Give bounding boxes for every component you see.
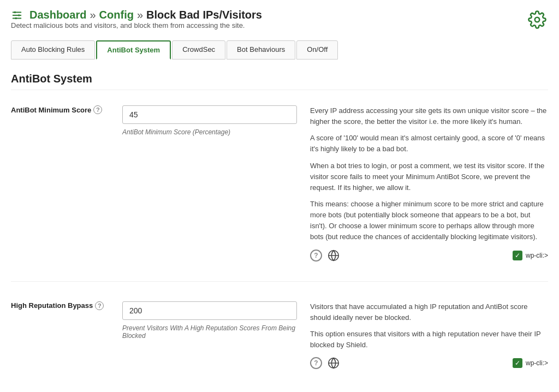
tab-crowdsec[interactable]: CrowdSec	[172, 40, 225, 60]
antibot-wp-icon[interactable]	[328, 250, 340, 262]
high-reputation-bypass-row: High Reputation Bypass ? Prevent Visitor…	[11, 301, 548, 389]
svg-point-6	[535, 17, 540, 22]
antibot-min-score-hint: AntiBot Minimum Score (Percentage)	[122, 128, 297, 136]
high-reputation-help-icon[interactable]: ?	[95, 301, 104, 310]
settings-gear-button[interactable]	[526, 9, 548, 31]
tab-antibot-system[interactable]: AntiBot System	[96, 40, 171, 60]
antibot-min-score-description: Every IP address accessing your site get…	[310, 105, 548, 262]
antibot-min-score-label-area: AntiBot Minimum Score ?	[11, 105, 109, 262]
antibot-checkbox-icon[interactable]: ✓	[513, 251, 522, 260]
antibot-min-score-input[interactable]	[122, 105, 297, 124]
wordpress-icon-2	[328, 357, 340, 369]
section-title: AntiBot System	[11, 73, 548, 90]
tabs-bar: Auto Blocking Rules AntiBot System Crowd…	[11, 40, 548, 60]
antibot-wp-cli-label: wp-cli:>	[526, 252, 548, 259]
antibot-min-score-desc-3: When a bot tries to login, or post a com…	[310, 161, 548, 193]
high-reputation-wp-cli-badge: ✓ wp-cli:>	[513, 358, 548, 368]
high-reputation-desc-1: Visitors that have accumulated a high IP…	[310, 301, 548, 323]
svg-point-5	[15, 17, 17, 19]
antibot-min-score-row: AntiBot Minimum Score ? AntiBot Minimum …	[11, 105, 548, 282]
antibot-min-score-desc-2: A score of '100' would mean it's almost …	[310, 133, 548, 155]
high-reputation-checkbox-icon[interactable]: ✓	[513, 358, 522, 368]
high-reputation-hint: Prevent Visitors With A High Reputation …	[122, 324, 297, 340]
high-reputation-label: High Reputation Bypass ?	[11, 301, 109, 310]
high-reputation-desc-2: This option ensures that visitors with a…	[310, 329, 548, 351]
high-reputation-label-area: High Reputation Bypass ?	[11, 301, 109, 370]
gear-icon	[528, 10, 546, 29]
breadcrumb-nav: Dashboard » Config » Block Bad IPs/Visit…	[11, 9, 262, 21]
antibot-min-score-footer: ? ✓ wp-cli:>	[310, 250, 548, 262]
tab-bot-behaviours[interactable]: Bot Behaviours	[227, 40, 295, 60]
high-reputation-description: Visitors that have accumulated a high IP…	[310, 301, 548, 370]
page-title: Block Bad IPs/Visitors	[146, 9, 262, 21]
antibot-min-score-label: AntiBot Minimum Score ?	[11, 105, 109, 114]
header: Dashboard » Config » Block Bad IPs/Visit…	[11, 9, 548, 37]
config-label[interactable]: Config	[99, 9, 134, 21]
high-reputation-input-area: Prevent Visitors With A High Reputation …	[122, 301, 297, 370]
tab-on-off[interactable]: On/Off	[296, 40, 338, 60]
sliders-icon	[11, 9, 23, 21]
antibot-wp-cli-badge: ✓ wp-cli:>	[513, 251, 548, 260]
svg-point-4	[18, 14, 20, 16]
high-reputation-input[interactable]	[122, 301, 297, 320]
high-reputation-help-circle-icon[interactable]: ?	[310, 357, 322, 369]
antibot-help-circle-icon[interactable]: ?	[310, 250, 322, 262]
antibot-min-score-desc-1: Every IP address accessing your site get…	[310, 105, 548, 127]
antibot-min-score-input-area: AntiBot Minimum Score (Percentage)	[122, 105, 297, 262]
svg-point-3	[14, 11, 16, 13]
antibot-min-score-help-icon[interactable]: ?	[93, 105, 102, 114]
high-reputation-footer: ? ✓ wp-cli:>	[310, 357, 548, 369]
antibot-footer-icons: ?	[310, 250, 340, 262]
antibot-min-score-desc-4: This means: choose a higher minimum scor…	[310, 199, 548, 243]
breadcrumb: Dashboard » Config » Block Bad IPs/Visit…	[11, 9, 262, 37]
dashboard-label: Dashboard	[29, 9, 86, 21]
high-reputation-footer-icons: ?	[310, 357, 340, 369]
high-reputation-wp-icon[interactable]	[328, 357, 340, 369]
page-wrapper: Dashboard » Config » Block Bad IPs/Visit…	[0, 0, 559, 392]
sep1: »	[90, 9, 96, 21]
tab-auto-blocking-rules[interactable]: Auto Blocking Rules	[11, 40, 95, 60]
page-subtitle: Detect malicious bots and visitors, and …	[11, 21, 262, 29]
breadcrumb-dashboard[interactable]: Dashboard	[11, 9, 86, 21]
wordpress-icon	[328, 250, 340, 262]
sep2: »	[137, 9, 143, 21]
high-reputation-wp-cli-label: wp-cli:>	[526, 359, 548, 367]
